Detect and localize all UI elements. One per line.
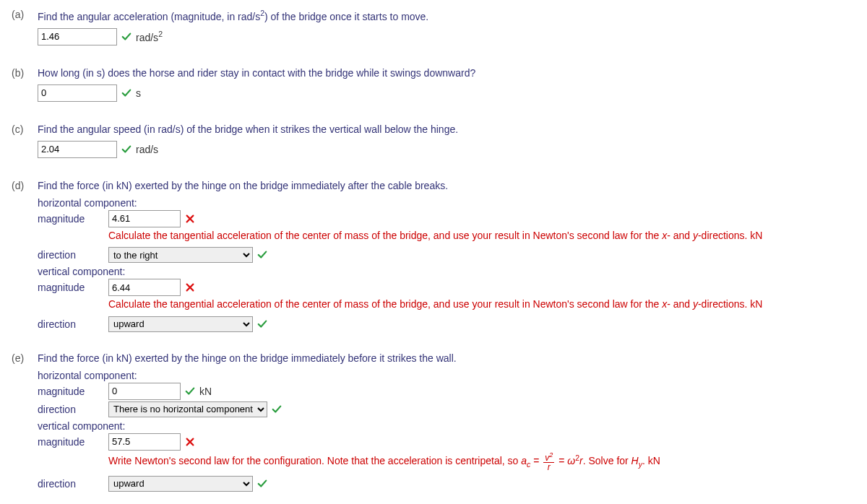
part-b: (b) How long (in s) does the horse and r… — [12, 67, 855, 105]
part-e-v-mag-label: magnitude — [38, 436, 103, 448]
fb-e-1: Write Newton's second law for the config… — [108, 455, 521, 466]
fb-mid2: - and — [667, 298, 693, 310]
part-e-prompt: Find the force (in kN) exerted by the hi… — [38, 352, 855, 364]
fb-txt2: Calculate the tangential acceleration of… — [108, 298, 662, 310]
part-e-h-dir-select[interactable]: There is no horizontal component. — [108, 401, 267, 417]
fb-e-3: . kN — [642, 455, 660, 466]
part-a-input[interactable] — [38, 28, 117, 45]
part-d-h-dir-select[interactable]: to the right — [108, 247, 253, 263]
part-e-label: (e) — [12, 352, 38, 364]
frac-num: v2 — [543, 452, 554, 463]
part-e-vert-heading: vertical component: — [38, 420, 855, 432]
check-icon — [121, 144, 131, 155]
part-e-v-dir-label: direction — [38, 478, 103, 490]
part-c-input[interactable] — [38, 141, 117, 158]
x-icon — [185, 437, 195, 447]
part-d-h-mag-label: magnitude — [38, 213, 103, 225]
part-e-horiz-heading: horizontal component: — [38, 370, 855, 381]
part-c-label: (c) — [12, 123, 38, 135]
fb-e-2: . Solve for — [583, 455, 631, 466]
x-icon — [185, 214, 195, 224]
part-d-prompt: Find the force (in kN) exerted by the hi… — [38, 180, 855, 191]
part-a-label: (a) — [12, 9, 38, 20]
part-d-v-mag-label: magnitude — [38, 282, 103, 293]
fb-e-a: a — [521, 455, 527, 466]
part-b-label: (b) — [12, 67, 38, 79]
fb-mid: - and — [667, 230, 693, 241]
fb-e-omega: ω — [567, 455, 575, 466]
fb-e-eq: = — [530, 455, 542, 466]
part-d-h-feedback: Calculate the tangential acceleration of… — [108, 229, 855, 243]
fb-txt: Calculate the tangential acceleration of… — [108, 230, 662, 241]
part-d-horiz-heading: horizontal component: — [38, 197, 855, 209]
part-d-h-dir-label: direction — [38, 249, 103, 261]
part-a: (a) Find the angular acceleration (magni… — [12, 9, 855, 48]
part-b-input[interactable] — [38, 84, 117, 102]
check-icon — [257, 250, 267, 260]
part-e-h-unit: kN — [199, 386, 212, 397]
part-d-vert-heading: vertical component: — [38, 266, 855, 277]
fb-e-eq2: = — [556, 455, 567, 466]
check-icon — [185, 386, 195, 396]
check-icon — [272, 404, 282, 414]
part-e-v-feedback: Write Newton's second law for the config… — [108, 452, 855, 472]
check-icon — [121, 32, 131, 42]
part-a-unit: rad/s2 — [136, 30, 163, 43]
part-d-v-dir-label: direction — [38, 318, 103, 330]
part-e-v-mag-input[interactable] — [108, 433, 181, 451]
fb-post2: -directions. kN — [698, 298, 762, 310]
part-a-unit-sup: 2 — [158, 30, 163, 38]
part-a-unit-pre: rad/s — [136, 32, 158, 43]
check-icon — [257, 479, 267, 489]
part-e-h-dir-label: direction — [38, 404, 103, 415]
part-a-prompt: Find the angular acceleration (magnitude… — [38, 9, 855, 22]
part-a-prompt-pre: Find the angular acceleration (magnitude… — [38, 11, 260, 22]
part-d-v-mag-input[interactable] — [108, 279, 181, 296]
part-e-v-dir-select[interactable]: upward — [108, 476, 253, 492]
part-e: (e) Find the force (in kN) exerted by th… — [12, 352, 855, 493]
part-d-v-feedback: Calculate the tangential acceleration of… — [108, 297, 855, 312]
fb-y: y — [693, 230, 698, 241]
fb-y2: y — [693, 298, 698, 310]
fb-post: -directions. kN — [698, 230, 762, 241]
part-d-h-mag-input[interactable] — [108, 210, 181, 227]
fraction: v2r — [543, 452, 554, 472]
frac-num-sup: 2 — [549, 451, 553, 459]
frac-den: r — [546, 463, 552, 472]
check-icon — [257, 319, 267, 329]
part-d: (d) Find the force (in kN) exerted by th… — [12, 180, 855, 334]
part-c-unit: rad/s — [136, 144, 158, 155]
part-c-prompt: Find the angular speed (in rad/s) of the… — [38, 123, 855, 135]
part-e-h-mag-label: magnitude — [38, 386, 103, 397]
part-e-h-mag-input[interactable] — [108, 383, 181, 400]
check-icon — [121, 88, 131, 98]
part-b-prompt: How long (in s) does the horse and rider… — [38, 67, 855, 79]
part-a-prompt-post: ) of the bridge once it starts to move. — [264, 11, 428, 22]
part-b-unit: s — [136, 87, 141, 99]
x-icon — [185, 282, 195, 292]
fb-e-H: H — [631, 455, 639, 466]
part-d-label: (d) — [12, 180, 38, 191]
part-c: (c) Find the angular speed (in rad/s) of… — [12, 123, 855, 161]
part-d-v-dir-select[interactable]: upward — [108, 316, 253, 332]
